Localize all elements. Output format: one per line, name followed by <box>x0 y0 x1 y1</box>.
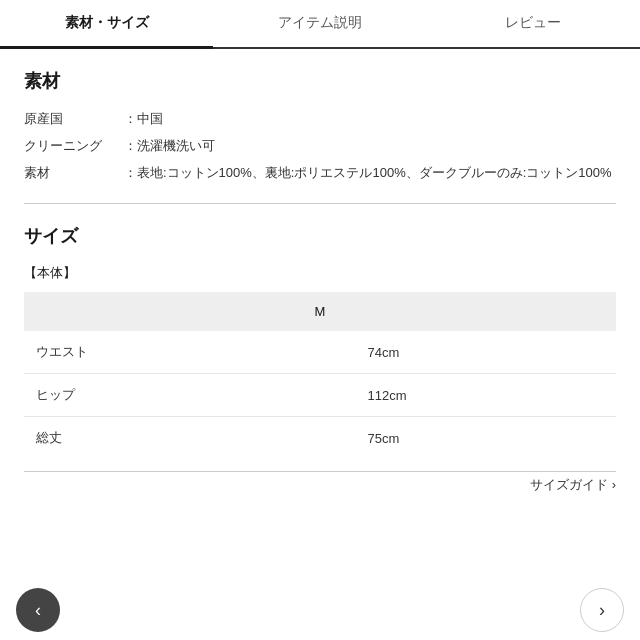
table-row: ヒップ 112cm <box>24 374 616 417</box>
arrow-right-icon: › <box>599 600 605 621</box>
arrow-left-icon: ‹ <box>35 600 41 621</box>
size-guide-link[interactable]: サイズガイド › <box>530 476 616 494</box>
table-row: 総丈 75cm <box>24 417 616 460</box>
material-row-fabric: 素材 ：表地:コットン100%、裏地:ポリエステル100%、ダークブルーのみ:コ… <box>24 163 616 184</box>
material-section-title: 素材 <box>24 69 616 93</box>
size-row-hip-value: 112cm <box>360 374 616 417</box>
bottom-nav: ‹ › <box>0 580 640 640</box>
tab-review[interactable]: レビュー <box>427 0 640 49</box>
main-content: 素材 原産国 ：中国 クリーニング ：洗濯機洗い可 素材 ：表地:コットン100… <box>0 49 640 514</box>
nav-forward-button[interactable]: › <box>580 588 624 632</box>
material-value-fabric: ：表地:コットン100%、裏地:ポリエステル100%、ダークブルーのみ:コットン… <box>124 163 616 184</box>
material-label-origin: 原産国 <box>24 109 124 130</box>
section-divider <box>24 203 616 204</box>
size-row-waist-label: ウエスト <box>24 331 360 374</box>
size-row-hip-label: ヒップ <box>24 374 360 417</box>
material-section: 素材 原産国 ：中国 クリーニング ：洗濯機洗い可 素材 ：表地:コットン100… <box>24 69 616 183</box>
material-row-origin: 原産国 ：中国 <box>24 109 616 130</box>
size-section: サイズ 【本体】 M ウエスト 74cm ヒップ 112cm 総丈 75 <box>24 224 616 494</box>
material-value-origin: ：中国 <box>124 109 616 130</box>
size-row-total-label: 総丈 <box>24 417 360 460</box>
size-table-header: M <box>24 292 616 331</box>
tab-item-description[interactable]: アイテム説明 <box>213 0 426 49</box>
material-value-cleaning: ：洗濯機洗い可 <box>124 136 616 157</box>
material-row-cleaning: クリーニング ：洗濯機洗い可 <box>24 136 616 157</box>
size-row-total-value: 75cm <box>360 417 616 460</box>
table-row: ウエスト 74cm <box>24 331 616 374</box>
nav-back-button[interactable]: ‹ <box>16 588 60 632</box>
size-guide-row: サイズガイド › <box>24 471 616 494</box>
material-label-fabric: 素材 <box>24 163 124 184</box>
tab-bar: 素材・サイズ アイテム説明 レビュー <box>0 0 640 49</box>
tab-material-size[interactable]: 素材・サイズ <box>0 0 213 49</box>
material-label-cleaning: クリーニング <box>24 136 124 157</box>
size-section-title: サイズ <box>24 224 616 248</box>
body-label: 【本体】 <box>24 264 616 282</box>
size-table: M ウエスト 74cm ヒップ 112cm 総丈 75cm <box>24 292 616 459</box>
size-row-waist-value: 74cm <box>360 331 616 374</box>
